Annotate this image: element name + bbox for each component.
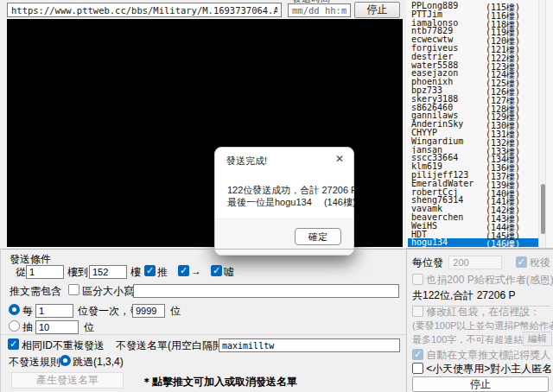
list-item-username: jansan xyxy=(411,146,486,155)
list-item[interactable]: vavamk(142樓) xyxy=(408,205,539,213)
list-item[interactable]: beaverchen(143樓) xyxy=(408,213,539,222)
push-label: 推 xyxy=(157,265,168,280)
list-item[interactable]: hogu134(146樓) xyxy=(408,238,539,247)
list-item[interactable]: ecwecwtw(120樓) xyxy=(408,35,539,44)
list-item[interactable]: sscc33664(134樓) xyxy=(408,154,539,162)
list-item-username: EmeraldWater xyxy=(411,180,486,188)
list-item[interactable]: ntb77829(119樓) xyxy=(408,27,539,35)
arrow-checkbox[interactable] xyxy=(178,265,189,276)
skip-rule-radio[interactable] xyxy=(60,355,71,366)
list-item-username: bpz733 xyxy=(411,86,486,95)
list-item[interactable]: water5588(123樓) xyxy=(408,61,539,70)
list-item[interactable]: HDT(145樓) xyxy=(408,231,539,239)
list-item[interactable]: klm619(136樓) xyxy=(408,162,539,171)
exclude-input[interactable] xyxy=(219,338,400,352)
list-item-username: water5588 xyxy=(411,61,486,70)
limit-note: 最多100字，不可有超連結 xyxy=(412,334,523,345)
list-item-username: beaverchen xyxy=(411,213,486,222)
list-item-username: gannilaws xyxy=(411,111,486,120)
rule-label: 不發送規則: xyxy=(9,355,63,370)
list-item[interactable]: forgiveus(121樓) xyxy=(408,44,539,53)
to-floor-input[interactable] xyxy=(89,265,127,279)
floor-suffix: 樓 xyxy=(130,265,141,280)
list-item-username: HDT xyxy=(411,231,486,239)
edit-envelope-label: 修改紅包袋，在信裡說： xyxy=(426,306,540,318)
contains-input[interactable] xyxy=(133,284,399,298)
list-item[interactable]: iamalonso(118樓) xyxy=(408,19,539,28)
edit-button[interactable]: 編輯 xyxy=(523,332,552,346)
draw-radio[interactable] xyxy=(9,320,20,332)
dialog-message-line1: 122位發送成功，合計 27206 P xyxy=(227,184,357,197)
envelope-note: (要發100P以上並勾選捐P幣給作者) xyxy=(412,319,553,332)
from-floor-input[interactable] xyxy=(26,265,64,279)
case-sensitive-checkbox[interactable] xyxy=(68,284,79,295)
click-hint: ＊點擊推文可加入或取消發送名單 xyxy=(142,375,297,389)
list-item-username: s8626460 xyxy=(411,104,486,112)
same-id-checkbox[interactable] xyxy=(8,338,19,350)
list-item[interactable]: phoenixh(125樓) xyxy=(408,78,539,86)
edit-envelope-checkbox[interactable] xyxy=(412,306,423,317)
after-tax-checkbox[interactable] xyxy=(516,256,527,268)
push-checkbox[interactable] xyxy=(144,265,156,276)
boo-checkbox[interactable] xyxy=(211,265,222,276)
case-sensitive-label: 區分大小寫 xyxy=(82,284,134,299)
send-complete-dialog: 發送完成! ✕ 122位發送成功，合計 27206 P 最後一位是hogu134… xyxy=(214,147,354,256)
schedule-time-input[interactable] xyxy=(288,3,351,17)
list-item-username: sscc33664 xyxy=(411,154,486,162)
list-item[interactable]: pilijeff123(137樓) xyxy=(408,171,539,180)
every-radio[interactable] xyxy=(9,304,20,315)
draw-label: 抽 xyxy=(22,320,33,335)
list-item[interactable]: CHYYP(131樓) xyxy=(408,129,539,137)
per-person-input[interactable] xyxy=(448,256,502,269)
list-item[interactable]: skery3188(127樓) xyxy=(408,95,539,104)
exclude-label: 不發送名單(用空白隔開) xyxy=(116,338,226,353)
generate-list-button[interactable]: 產生發送名單 xyxy=(11,372,124,389)
list-item-username: iamalonso xyxy=(411,19,486,28)
donate-checkbox[interactable] xyxy=(412,274,423,285)
list-item[interactable]: WeiHS(144樓) xyxy=(408,222,539,231)
after-tax-label: 稅後 xyxy=(530,256,550,269)
stop-button-top[interactable]: 停止 xyxy=(354,2,400,18)
mark-winner-checkbox[interactable] xyxy=(412,349,423,360)
list-item-username: forgiveus xyxy=(411,44,486,53)
list-item[interactable]: PPLong889(115樓) xyxy=(408,2,539,10)
list-item-username: phoenixh xyxy=(411,78,486,86)
list-item-username: sheng76314 xyxy=(411,196,486,205)
url-input[interactable] xyxy=(7,3,282,17)
list-item[interactable]: bpz733(126樓) xyxy=(408,86,539,95)
same-id-label: 相同ID不重複發送 xyxy=(22,338,105,353)
list-item-username: WeiHS xyxy=(411,222,486,231)
list-item[interactable]: destrier(122樓) xyxy=(408,53,539,61)
count-input[interactable] xyxy=(132,304,165,318)
list-item[interactable]: robertCcj(140樓) xyxy=(408,188,539,197)
list-item-username: AnderinSky xyxy=(411,120,486,129)
list-item[interactable]: s8626460(128樓) xyxy=(408,104,539,112)
list-item-username: hogu134 xyxy=(411,238,486,247)
list-item-username: ntb77829 xyxy=(411,27,486,35)
list-item-username: vavamk xyxy=(411,205,486,213)
list-item-username: easejazon xyxy=(411,69,486,78)
donate-label: 也捐200 P給程式作者(感恩) xyxy=(426,274,553,286)
ok-button[interactable]: 確定 xyxy=(295,228,341,245)
payment-panel: 每位發 稅後 也捐200 P給程式作者(感恩) 共122位,合計 27206 P… xyxy=(406,249,553,392)
list-item-username: Wingardium xyxy=(411,137,486,146)
list-item[interactable]: easejazon(124樓) xyxy=(408,69,539,78)
every-label: 每 xyxy=(22,304,33,319)
list-scrollbar[interactable] xyxy=(538,0,546,248)
scrollbar-thumb[interactable] xyxy=(541,184,545,234)
list-item[interactable]: EmeraldWater(139樓) xyxy=(408,180,539,188)
list-item[interactable]: jansan(133樓) xyxy=(408,146,539,155)
list-item[interactable]: Wingardium(132樓) xyxy=(408,137,539,146)
list-item[interactable]: gannilaws(129樓) xyxy=(408,111,539,120)
draw-n-input[interactable] xyxy=(35,320,79,334)
list-item[interactable]: sheng76314(141樓) xyxy=(408,196,539,205)
list-item[interactable]: AnderinSky(130樓) xyxy=(408,120,539,129)
stop-button-bottom[interactable]: 停止 xyxy=(412,376,549,392)
mark-winner-label: 自動在文章推文標記得獎人 xyxy=(426,349,550,361)
every-suffix: 位發一次，發 xyxy=(78,304,140,319)
skip-rule-label: 跳過(1,3,4) xyxy=(73,355,124,370)
every-n-input[interactable] xyxy=(35,304,73,318)
close-icon[interactable]: ✕ xyxy=(335,153,344,165)
list-item[interactable]: PTTJim(116樓) xyxy=(408,10,539,19)
angel-anonymous-checkbox[interactable] xyxy=(412,363,423,374)
